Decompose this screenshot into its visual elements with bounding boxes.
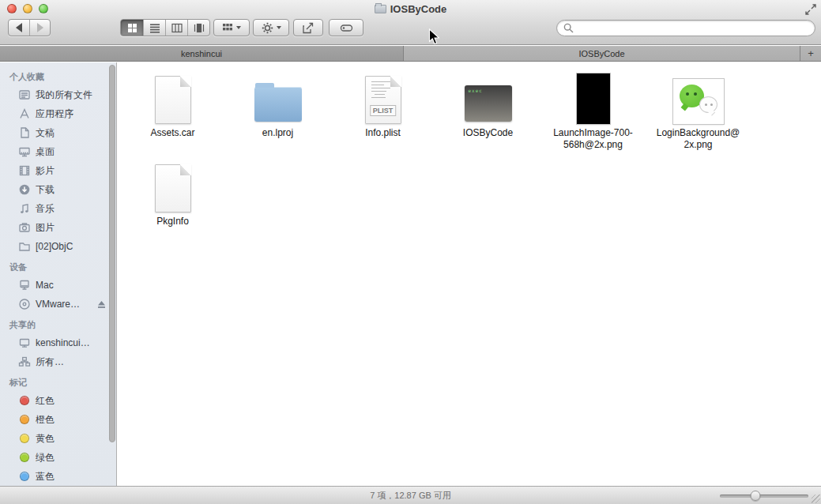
coverflow-view-button[interactable] <box>187 20 209 36</box>
file-en.lproj[interactable]: en.lproj <box>225 70 330 159</box>
column-view-button[interactable] <box>165 20 187 36</box>
new-tab-button[interactable]: + <box>800 46 821 61</box>
title-bar: IOSByCode <box>0 3 821 16</box>
music-icon <box>17 202 31 215</box>
sidebar-item-pictures[interactable]: 图片 <box>0 218 116 237</box>
sidebar-item-all-shared[interactable]: 所有… <box>0 352 116 371</box>
sidebar-item-tag-orange[interactable]: 橙色 <box>0 410 116 429</box>
sidebar-item-label: 蓝色 <box>36 470 55 483</box>
search-field[interactable] <box>556 20 815 36</box>
sidebar-item-label: kenshincui… <box>36 337 90 348</box>
view-mode-control <box>120 19 210 36</box>
file-name-label: en.lproj <box>262 127 293 139</box>
eject-icon[interactable] <box>96 299 107 310</box>
file-name-label: LoginBackground@2x.png <box>657 127 740 151</box>
window-body: 个人收藏我的所有文件应用程序文稿桌面影片下载音乐图片[02]ObjC设备MacV… <box>0 62 821 486</box>
file-Info.plist[interactable]: PLISTInfo.plist <box>330 70 435 159</box>
downloads-icon <box>17 183 31 196</box>
tag-pill-icon <box>340 23 353 33</box>
search-input[interactable] <box>577 23 808 34</box>
sidebar-item-mac[interactable]: Mac <box>0 276 116 295</box>
image-thumbnail-icon <box>646 70 751 124</box>
chevron-down-icon <box>277 26 281 29</box>
sidebar-section-title: 设备 <box>0 256 116 276</box>
sidebar-item-music[interactable]: 音乐 <box>0 199 116 218</box>
sidebar-item-tag-yellow[interactable]: 黄色 <box>0 429 116 448</box>
sidebar-item-02objc[interactable]: [02]ObjC <box>0 237 116 256</box>
share-button[interactable] <box>293 19 323 36</box>
sidebar-item-downloads[interactable]: 下载 <box>0 180 116 199</box>
file-LaunchImage-700-568h@2x.png[interactable]: LaunchImage-700-568h@2x.png <box>540 70 646 159</box>
executable-file-icon: exec <box>435 70 540 124</box>
sidebar-item-label: 图片 <box>36 221 55 235</box>
plus-icon: + <box>808 47 814 59</box>
sidebar-item-kenshincui-shared[interactable]: kenshincui… <box>0 333 116 352</box>
pictures-icon <box>17 221 31 234</box>
file-browser-content[interactable]: Assets.caren.lprojPLISTInfo.plistexecIOS… <box>117 62 821 486</box>
arrange-button[interactable] <box>213 19 250 36</box>
folder-icon <box>17 240 31 253</box>
search-icon <box>563 23 574 33</box>
chevron-right-icon <box>37 23 43 32</box>
documents-icon <box>17 126 31 139</box>
file-PkgInfo[interactable]: PkgInfo <box>120 159 225 247</box>
document-file-icon <box>120 159 225 213</box>
sidebar-list: 个人收藏我的所有文件应用程序文稿桌面影片下载音乐图片[02]ObjC设备MacV… <box>0 62 116 486</box>
chevron-down-icon <box>236 26 241 29</box>
sidebar-item-movies[interactable]: 影片 <box>0 161 116 180</box>
sidebar-item-documents[interactable]: 文稿 <box>0 123 116 142</box>
desktop-icon <box>17 145 31 158</box>
tab-IOSByCode[interactable]: IOSByCode <box>404 46 800 61</box>
sidebar-item-vmware[interactable]: VMware… <box>0 295 116 314</box>
forward-button[interactable] <box>29 20 50 36</box>
column-view-icon <box>171 23 183 33</box>
sidebar-item-label: 黄色 <box>36 432 55 446</box>
file-Assets.car[interactable]: Assets.car <box>120 70 225 159</box>
resize-grip-icon[interactable] <box>812 495 820 503</box>
sidebar-item-label: Mac <box>36 280 54 291</box>
list-view-button[interactable] <box>143 20 165 36</box>
file-LoginBackground@2x.png[interactable]: LoginBackground@2x.png <box>646 70 751 159</box>
sidebar-item-tag-red[interactable]: 红色 <box>0 391 116 410</box>
sidebar-item-label: 桌面 <box>36 145 55 159</box>
sidebar-item-applications[interactable]: 应用程序 <box>0 104 116 123</box>
sidebar-item-tag-blue[interactable]: 蓝色 <box>0 467 116 486</box>
sidebar-item-all-my-files[interactable]: 我的所有文件 <box>0 85 116 104</box>
sidebar-item-tag-green[interactable]: 绿色 <box>0 448 116 467</box>
sidebar-item-desktop[interactable]: 桌面 <box>0 142 116 161</box>
disc-icon <box>17 298 31 310</box>
image-thumbnail-icon <box>540 70 646 124</box>
chevron-left-icon <box>16 23 22 32</box>
folder-icon <box>225 70 330 124</box>
action-button[interactable] <box>253 19 289 36</box>
slider-knob[interactable] <box>750 491 760 501</box>
sidebar: 个人收藏我的所有文件应用程序文稿桌面影片下载音乐图片[02]ObjC设备MacV… <box>0 62 117 486</box>
tag-dot <box>17 394 31 407</box>
fullscreen-button[interactable] <box>804 3 817 16</box>
file-name-label: Assets.car <box>150 127 194 139</box>
back-button[interactable] <box>9 20 29 36</box>
tab-kenshincui[interactable]: kenshincui <box>0 46 404 61</box>
list-view-icon <box>149 23 160 33</box>
file-name-label: Info.plist <box>365 127 401 139</box>
icon-view-button[interactable] <box>121 20 143 36</box>
sidebar-section-title: 标记 <box>0 371 116 391</box>
all-my-files-icon <box>17 88 31 101</box>
file-IOSByCode[interactable]: execIOSByCode <box>435 70 540 159</box>
window-title: IOSByCode <box>390 3 447 15</box>
status-text: 7 项，12.87 GB 可用 <box>0 487 821 504</box>
sidebar-scrollbar[interactable] <box>109 65 115 442</box>
grid-view-icon <box>127 23 137 33</box>
arrange-grid-icon <box>222 23 233 32</box>
sidebar-item-label: 所有… <box>36 355 64 369</box>
file-name-label: PkgInfo <box>156 216 189 228</box>
sidebar-item-label: [02]ObjC <box>36 241 73 252</box>
sidebar-item-label: VMware… <box>36 299 80 310</box>
coverflow-view-icon <box>194 23 205 33</box>
applications-icon <box>17 107 31 120</box>
icon-size-slider[interactable] <box>720 495 808 498</box>
file-name-label: IOSByCode <box>463 127 513 139</box>
tags-button[interactable] <box>329 19 363 36</box>
sidebar-section-title: 共享的 <box>0 314 116 333</box>
shared-computer-icon <box>17 337 31 349</box>
